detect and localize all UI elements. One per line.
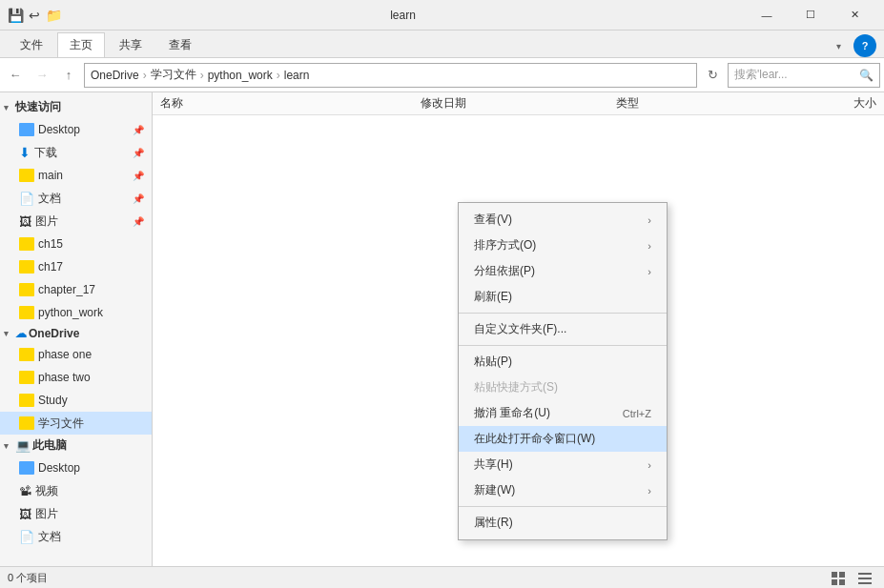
- submenu-arrow-icon: ›: [648, 214, 651, 226]
- tab-home[interactable]: 主页: [57, 32, 105, 57]
- sidebar-item-label: python_work: [38, 306, 103, 319]
- sidebar-item-video[interactable]: 📽 视频: [0, 479, 152, 502]
- menu-item-open-cmd[interactable]: 在此处打开命令窗口(W): [459, 426, 667, 452]
- menu-item-paste[interactable]: 粘贴(P): [459, 349, 667, 375]
- statusbar: 0 个项目: [0, 566, 884, 588]
- sidebar-section-quick-access[interactable]: ▾ 快速访问: [0, 96, 152, 118]
- menu-item-new[interactable]: 新建(W) ›: [459, 477, 667, 503]
- back-button[interactable]: ←: [4, 64, 27, 87]
- computer-icon: 💻: [15, 438, 31, 453]
- svg-rect-4: [858, 573, 872, 575]
- tab-file[interactable]: 文件: [8, 32, 55, 57]
- minimize-button[interactable]: —: [745, 0, 789, 30]
- menu-separator-2: [459, 345, 667, 346]
- svg-rect-5: [858, 578, 872, 579]
- refresh-button[interactable]: ↻: [701, 64, 724, 87]
- menu-label: 在此处打开命令窗口(W): [474, 431, 595, 447]
- folder-icon: [19, 461, 34, 475]
- grid-view-button[interactable]: [827, 569, 850, 588]
- sidebar-item-label: main: [38, 169, 63, 182]
- menu-label: 自定义文件夹(F)...: [474, 321, 566, 337]
- sidebar-item-label: phase two: [38, 371, 91, 384]
- pin-icon: 📌: [133, 125, 144, 135]
- content-area: 名称 修改日期 类型 大小 该文件夹为空。 查看(V) › 排序方式(O) › …: [153, 92, 884, 566]
- tab-share[interactable]: 共享: [107, 32, 154, 57]
- menu-item-view[interactable]: 查看(V) ›: [459, 207, 667, 233]
- sidebar-item-chapter17[interactable]: chapter_17: [0, 278, 152, 301]
- sidebar-item-ch15[interactable]: ch15: [0, 233, 152, 255]
- menu-label: 新建(W): [474, 482, 515, 498]
- menu-item-properties[interactable]: 属性(R): [459, 510, 667, 536]
- col-header-type[interactable]: 类型: [616, 95, 747, 112]
- save-icon: 💾: [8, 8, 23, 23]
- sidebar-item-phase-one[interactable]: phase one: [0, 343, 152, 366]
- onedrive-label: OneDrive: [29, 327, 79, 340]
- address-part-2: 学习文件: [151, 67, 196, 83]
- sidebar-item-documents[interactable]: 📄 文档 📌: [0, 187, 152, 210]
- close-button[interactable]: ✕: [833, 0, 876, 30]
- folder-icon: [19, 348, 34, 361]
- sidebar-section-thispc[interactable]: ▾ 💻 此电脑: [0, 435, 152, 456]
- pin-icon: 📌: [133, 171, 144, 181]
- menu-item-group[interactable]: 分组依据(P) ›: [459, 258, 667, 284]
- sidebar-item-label: ch17: [38, 260, 63, 274]
- sidebar-item-pictures-pc[interactable]: 🖼 图片: [0, 502, 152, 525]
- menu-item-share[interactable]: 共享(H) ›: [459, 452, 667, 477]
- quick-access-expand-icon: ▾: [4, 103, 13, 112]
- maximize-button[interactable]: ☐: [789, 0, 833, 30]
- menu-item-customize[interactable]: 自定义文件夹(F)...: [459, 316, 667, 342]
- window-title: learn: [61, 9, 745, 22]
- svg-rect-6: [858, 582, 872, 584]
- col-header-name[interactable]: 名称: [160, 95, 421, 112]
- sidebar-item-label: chapter_17: [38, 283, 95, 296]
- menu-separator-1: [459, 313, 667, 314]
- folder-icon: [19, 283, 34, 296]
- sidebar-item-ch17[interactable]: ch17: [0, 255, 152, 278]
- menu-item-refresh[interactable]: 刷新(E): [459, 284, 667, 310]
- sidebar-section-onedrive[interactable]: ▾ ☁ OneDrive: [0, 324, 152, 343]
- forward-button[interactable]: →: [31, 64, 53, 87]
- folder-icon: [19, 169, 34, 182]
- titlebar: 💾 ↩ 📁 learn — ☐ ✕: [0, 0, 884, 30]
- address-sep-3: ›: [277, 69, 280, 82]
- ribbon-expand-button[interactable]: ▾: [827, 34, 850, 57]
- sidebar-item-label: ch15: [38, 237, 63, 251]
- menu-item-sort[interactable]: 排序方式(O) ›: [459, 233, 667, 258]
- help-button[interactable]: ?: [853, 34, 876, 57]
- thispc-expand-icon: ▾: [4, 441, 13, 451]
- menu-label: 撤消 重命名(U): [474, 405, 550, 421]
- up-button[interactable]: ↑: [57, 64, 80, 87]
- search-bar[interactable]: 搜索'lear... 🔍: [728, 63, 880, 88]
- col-header-date[interactable]: 修改日期: [421, 95, 616, 112]
- statusbar-view-controls: [827, 569, 876, 588]
- submenu-arrow-icon: ›: [648, 240, 651, 252]
- menu-label: 刷新(E): [474, 289, 512, 305]
- folder-icon: [19, 237, 34, 251]
- sidebar-item-label: 文档: [38, 191, 61, 207]
- menu-item-undo[interactable]: 撤消 重命名(U) Ctrl+Z: [459, 400, 667, 426]
- svg-rect-0: [832, 572, 837, 578]
- shortcut-label: Ctrl+Z: [623, 408, 651, 419]
- menu-label: 属性(R): [474, 515, 513, 531]
- address-bar[interactable]: OneDrive › 学习文件 › python_work › learn: [84, 63, 697, 88]
- main-layout: ▾ 快速访问 Desktop 📌 ⬇ 下载 📌 main 📌 📄 文档 📌 🖼 …: [0, 92, 884, 566]
- tab-view[interactable]: 查看: [156, 32, 204, 57]
- item-count: 0 个项目: [8, 571, 48, 585]
- sidebar-item-study-files[interactable]: 学习文件: [0, 412, 152, 435]
- submenu-arrow-icon: ›: [648, 485, 651, 497]
- sidebar-item-desktop-quick[interactable]: Desktop 📌: [0, 118, 152, 141]
- sidebar-item-desktop-pc[interactable]: Desktop: [0, 456, 152, 479]
- sidebar-item-download[interactable]: ⬇ 下载 📌: [0, 141, 152, 164]
- sidebar-item-main[interactable]: main 📌: [0, 164, 152, 187]
- sidebar-item-pictures[interactable]: 🖼 图片 📌: [0, 210, 152, 233]
- list-view-button[interactable]: [853, 569, 876, 588]
- sidebar-item-phase-two[interactable]: phase two: [0, 366, 152, 389]
- address-part-4: learn: [284, 69, 310, 82]
- folder-icon: [19, 123, 34, 136]
- sidebar-item-pythonwork[interactable]: python_work: [0, 301, 152, 324]
- sidebar-item-label: phase one: [38, 348, 92, 361]
- pin-icon: 📌: [133, 216, 144, 227]
- sidebar-item-docs-pc[interactable]: 📄 文档: [0, 525, 152, 548]
- sidebar-item-study[interactable]: Study: [0, 389, 152, 412]
- col-header-size[interactable]: 大小: [746, 95, 876, 112]
